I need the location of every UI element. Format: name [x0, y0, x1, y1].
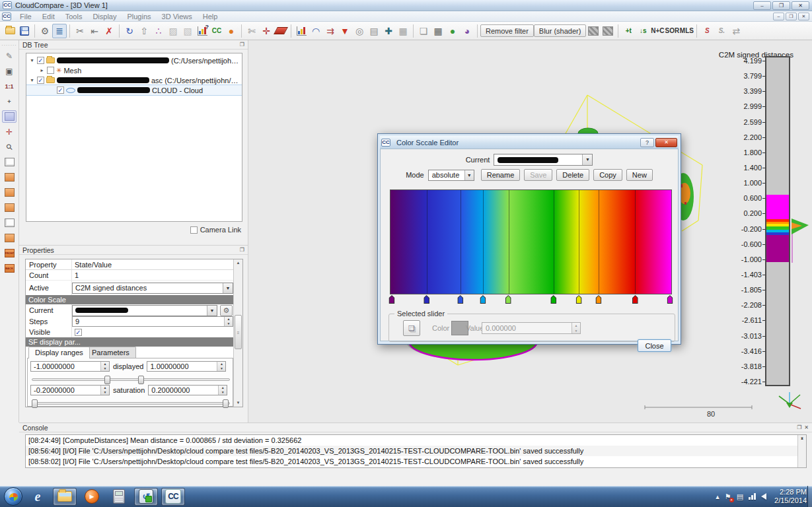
gradient-slider-handle[interactable]	[388, 295, 394, 304]
slider-handle[interactable]	[104, 376, 110, 384]
cloudcompare-icon[interactable]: CC	[161, 488, 185, 506]
copy-button[interactable]: Copy	[593, 169, 622, 181]
spin-arrows-icon[interactable]: ▲▼	[100, 362, 109, 371]
tab-display-ranges[interactable]: Display ranges	[28, 347, 90, 358]
float-panel-icon[interactable]: ❐	[240, 42, 244, 48]
tree-checkbox[interactable]: ✓	[37, 57, 44, 64]
explorer-icon[interactable]	[53, 488, 77, 506]
float-panel-icon[interactable]: ❐	[240, 247, 244, 253]
mdi-restore-icon[interactable]: ❐	[786, 13, 797, 20]
action-center-icon[interactable]: ⚑✕	[725, 492, 731, 501]
close-icon[interactable]: ✕	[792, 1, 809, 10]
view-cube-icon[interactable]	[2, 110, 17, 123]
volume-icon[interactable]	[761, 493, 766, 500]
gear-icon[interactable]: ⚙	[38, 24, 52, 38]
internet-explorer-icon[interactable]: e	[26, 488, 50, 506]
scroll-down-icon[interactable]: ▼	[798, 435, 806, 442]
lasso-s-icon[interactable]: S	[700, 24, 714, 38]
tab-parameters[interactable]: Parameters	[85, 347, 136, 358]
gradient-slider-handle[interactable]	[550, 295, 556, 304]
edl-filter-icon[interactable]	[586, 24, 601, 38]
current-scale-dropdown[interactable]: ▼	[72, 305, 217, 316]
tree-checkbox[interactable]	[47, 67, 54, 74]
tree-item[interactable]: ▾✓(C:/Users/npettijohn/D...	[26, 55, 242, 65]
properties-scrollbar[interactable]: ▲ ≡ ▼	[233, 259, 242, 407]
pick-pen-icon[interactable]: ✎	[2, 50, 17, 62]
magnifier-icon[interactable]: ⚲	[0, 137, 18, 156]
stat-grid-icon[interactable]: ▤	[367, 24, 381, 38]
media-player-icon[interactable]: ▶	[80, 488, 104, 506]
expander-icon[interactable]: ▾	[29, 77, 35, 83]
rotate-arrows-icon[interactable]: ↻	[122, 24, 137, 38]
gradient-preview[interactable]	[390, 189, 672, 294]
tree-checkbox[interactable]: ✓	[57, 86, 64, 94]
slider-handle[interactable]	[32, 399, 38, 408]
primitive-orange-icon[interactable]: ●	[224, 24, 239, 38]
sf-calculator-icon[interactable]: ▦	[396, 24, 410, 38]
dialog-titlebar[interactable]: CC Color Sccale Editor ? ✕	[380, 136, 679, 149]
spin-arrows-icon[interactable]: ▲▼	[572, 323, 580, 333]
tray-expand-icon[interactable]: ▴	[716, 492, 720, 501]
save-button[interactable]: Save	[524, 169, 552, 181]
menu-item-3d-views[interactable]: 3D Views	[157, 13, 198, 20]
menu-item-tools[interactable]: Tools	[60, 13, 88, 20]
saturation-max-spinner[interactable]: 0.20000000 ▲▼	[148, 385, 227, 395]
minimize-icon[interactable]: –	[753, 1, 771, 10]
add-sf-icon[interactable]: ✚	[381, 24, 396, 38]
expander-icon[interactable]: ▾	[29, 57, 35, 63]
scissors-icon[interactable]: ✂	[73, 24, 87, 38]
n-plus-c-icon[interactable]: N+C	[650, 24, 665, 38]
histogram-icon[interactable]	[294, 24, 309, 38]
delete-button[interactable]: Delete	[556, 169, 589, 181]
mdi-close-icon[interactable]: ✕	[798, 13, 809, 20]
gradient-slider-handle[interactable]	[667, 295, 673, 304]
ssao-filter-icon[interactable]	[601, 24, 615, 38]
displayed-max-spinner[interactable]: 1.00000000 ▲▼	[147, 361, 226, 372]
clipping-plane-icon[interactable]	[274, 24, 288, 38]
spin-arrows-icon[interactable]: ▲▼	[224, 317, 233, 326]
sor-filter-icon[interactable]: SOR	[665, 24, 679, 38]
scrollbar-thumb[interactable]: ≡	[235, 315, 242, 349]
spin-arrows-icon[interactable]: ▲▼	[217, 362, 225, 371]
profile-curve-icon[interactable]: ◠	[309, 24, 323, 38]
point-pair-icon[interactable]: ∴	[151, 24, 166, 38]
cloud-distance-icon[interactable]: CC	[209, 24, 224, 38]
iso-view-icon[interactable]	[2, 156, 17, 168]
mdi-minimize-icon[interactable]: –	[773, 13, 784, 20]
scroll-down-icon[interactable]: ▼	[234, 399, 242, 407]
pivot-plus-icon[interactable]: +	[2, 95, 17, 108]
tree-item[interactable]: ✓CLOUD - Cloud	[26, 85, 242, 95]
spin-arrows-icon[interactable]: ▲▼	[100, 386, 109, 395]
expander-icon[interactable]: ▸	[39, 67, 45, 73]
label-bubble-icon[interactable]: ❏	[416, 24, 431, 38]
current-scale-dropdown[interactable]: ▼	[494, 154, 593, 166]
menu-item-edit[interactable]: Edit	[37, 13, 60, 20]
camera-link-checkbox[interactable]	[190, 226, 198, 234]
taskbar-clock[interactable]: 2:28 PM 2/15/2014	[774, 488, 807, 505]
steps-spinner[interactable]: 9 ▲▼	[72, 316, 233, 327]
menu-item-file[interactable]: File	[15, 13, 37, 20]
float-panel-icon[interactable]: ❐	[797, 424, 801, 430]
texture-grid-icon[interactable]: ▦	[431, 24, 445, 38]
slider-handle[interactable]	[223, 399, 229, 408]
delete-icon[interactable]: ✗	[102, 24, 116, 38]
smooth-s-icon[interactable]: S.	[714, 24, 729, 38]
slider-handle[interactable]	[138, 376, 144, 384]
plus-t-icon[interactable]: +t	[621, 24, 636, 38]
remote-access-icon[interactable]: ↺	[134, 488, 158, 506]
saturation-range-slider[interactable]	[32, 402, 230, 405]
device-icon[interactable]: ▤	[737, 492, 743, 501]
normals-sphere-icon[interactable]: ◕	[460, 24, 474, 38]
dialog-close-icon[interactable]: ✕	[655, 138, 677, 147]
tree-item[interactable]: ▾✓asc (C:/Users/npettijohn/Desktop/cloud…	[26, 75, 242, 85]
gradient-slider-handle[interactable]	[505, 295, 511, 304]
menu-item-plugins[interactable]: Plugins	[122, 13, 156, 20]
left-view-icon[interactable]	[2, 232, 17, 244]
rename-button[interactable]: Rename	[481, 169, 521, 181]
subsample-gray-icon[interactable]: ▧	[180, 24, 195, 38]
network-icon[interactable]	[749, 493, 756, 500]
down-s-icon[interactable]: ↓s	[636, 24, 650, 38]
spin-arrows-icon[interactable]: ▲▼	[218, 386, 227, 395]
gradient-slider-handle[interactable]	[595, 295, 601, 304]
register-gray-icon[interactable]: ▨	[166, 24, 180, 38]
